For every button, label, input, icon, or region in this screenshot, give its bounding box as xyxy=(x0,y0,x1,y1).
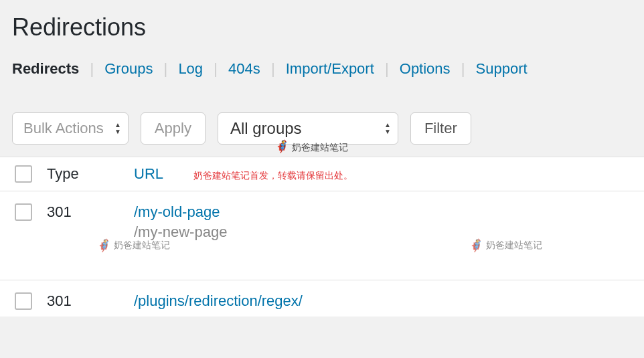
row-target-url: /my-new-page xyxy=(134,223,644,241)
tab-import-export[interactable]: Import/Export xyxy=(286,60,374,77)
tab-support[interactable]: Support xyxy=(476,60,528,77)
watermark-icon: 🦸 xyxy=(96,238,111,253)
row-checkbox[interactable] xyxy=(15,203,32,221)
redirects-table: Type URL 奶爸建站笔记首发，转载请保留出处。 301 /my-old-p… xyxy=(0,157,644,317)
bulk-actions-select[interactable]: Bulk Actions ▲▼ xyxy=(12,112,129,145)
select-arrows-icon: ▲▼ xyxy=(114,122,121,135)
select-arrows-icon: ▲▼ xyxy=(384,122,391,135)
page-title: Redirections xyxy=(0,0,644,48)
watermark: 🦸 奶爸建站笔记 xyxy=(274,139,348,154)
table-row: 301 /plugins/redirection/regex/ xyxy=(0,280,644,317)
group-filter-label: All groups xyxy=(230,119,302,138)
tab-options[interactable]: Options xyxy=(400,60,451,77)
row-source-url[interactable]: /my-old-page xyxy=(134,203,644,221)
nav-separator: | xyxy=(385,60,389,77)
tab-redirects[interactable]: Redirects xyxy=(12,60,79,77)
nav-separator: | xyxy=(164,60,168,77)
nav-separator: | xyxy=(214,60,218,77)
tab-groups[interactable]: Groups xyxy=(104,60,153,77)
row-checkbox[interactable] xyxy=(15,292,32,310)
watermark-icon: 🦸 xyxy=(274,140,289,153)
nav-separator: | xyxy=(461,60,465,77)
table-header: Type URL 奶爸建站笔记首发，转载请保留出处。 xyxy=(0,157,644,191)
watermark-icon: 🦸 xyxy=(469,238,483,253)
notice-text: 奶爸建站笔记首发，转载请保留出处。 xyxy=(193,170,353,181)
row-type: 301 xyxy=(47,203,134,221)
nav-tabs: Redirects | Groups | Log | 404s | Import… xyxy=(0,48,644,96)
column-header-type[interactable]: Type xyxy=(47,165,134,183)
bulk-actions-label: Bulk Actions xyxy=(23,120,104,137)
tab-log[interactable]: Log xyxy=(178,60,203,77)
nav-separator: | xyxy=(90,60,94,77)
row-source-url[interactable]: /plugins/redirection/regex/ xyxy=(134,292,644,310)
nav-separator: | xyxy=(271,60,275,77)
filter-button[interactable]: Filter xyxy=(410,112,471,145)
select-all-checkbox[interactable] xyxy=(15,165,32,183)
row-type: 301 xyxy=(47,292,134,310)
tab-404s[interactable]: 404s xyxy=(228,60,260,77)
watermark: 🦸 奶爸建站笔记 xyxy=(469,238,542,253)
column-header-url[interactable]: URL 奶爸建站笔记首发，转载请保留出处。 xyxy=(134,165,644,183)
table-row: 301 /my-old-page /my-new-page 🦸 奶爸建站笔记 🦸… xyxy=(0,191,644,280)
apply-button[interactable]: Apply xyxy=(141,112,206,145)
watermark: 🦸 奶爸建站笔记 xyxy=(96,238,170,253)
